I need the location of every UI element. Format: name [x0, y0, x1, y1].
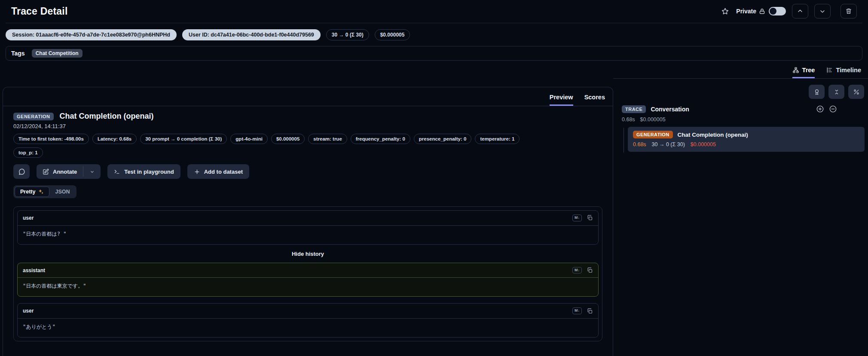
- metric-pill: 30 prompt → 0 completion (Σ 30): [140, 134, 227, 144]
- metric-pill: frequency_penalty: 0: [351, 134, 410, 144]
- metric-pills-row1: Time to first token: -498.00s Latency: 0…: [13, 134, 602, 144]
- copy-button[interactable]: [587, 308, 593, 314]
- message-content: "ありがとう": [18, 319, 598, 337]
- tree-node-wrap: GENERATION Chat Completion (openai) 0.68…: [622, 127, 865, 152]
- view-tab-bar: Tree Timeline: [613, 61, 868, 79]
- collapse-all-button[interactable]: [828, 85, 844, 99]
- observation-timestamp: 02/12/2024, 14:11:37: [13, 123, 602, 129]
- markdown-toggle-icon[interactable]: M↓: [572, 215, 582, 221]
- message-assistant: assistant M↓ "日本の首都は東京です。": [17, 263, 599, 297]
- trace-latency: 0.68s: [622, 117, 635, 123]
- content-area: Preview Scores GENERATION Chat Completio…: [0, 61, 868, 356]
- pretty-label: Pretty: [20, 189, 35, 195]
- annotate-split-button: Annotate: [37, 164, 101, 179]
- copy-button[interactable]: [587, 267, 593, 273]
- test-in-playground-button[interactable]: Test in playground: [107, 164, 180, 179]
- header-controls: Private: [720, 4, 857, 18]
- user-id-badge[interactable]: User ID: dc47a41e-06bc-400d-bde1-f0e440d…: [182, 29, 321, 40]
- message-header-icons: M↓: [572, 307, 593, 314]
- generation-type-badge: GENERATION: [633, 131, 673, 138]
- hide-history-button[interactable]: Hide history: [17, 251, 599, 257]
- tree-connector-line: [623, 128, 624, 153]
- message-user-1: user M↓ "日本の首都は? ": [17, 210, 599, 245]
- copy-icon: [587, 267, 593, 273]
- metric-pill: stream: true: [308, 134, 347, 144]
- node-title-row: GENERATION Chat Completion (openai): [633, 131, 859, 138]
- minus-circle-icon: [829, 105, 837, 113]
- observation-title: Chat Completion (openai): [60, 112, 154, 121]
- add-to-dataset-button[interactable]: Add to dataset: [187, 164, 249, 179]
- metric-pill: Latency: 0.68s: [92, 134, 137, 144]
- tag-chip[interactable]: Chat Competition: [32, 49, 83, 58]
- metric-pill: Time to first token: -498.00s: [13, 134, 89, 144]
- message-header: assistant M↓: [18, 263, 598, 278]
- trace-cost: $0.000005: [640, 117, 666, 123]
- tags-bar: Tags Chat Competition: [6, 46, 862, 61]
- node-latency: 0.68s: [633, 141, 646, 147]
- page-title: Trace Detail: [11, 6, 68, 17]
- metric-pill: temperature: 1: [475, 134, 520, 144]
- fold-vertical-icon: [833, 89, 840, 95]
- message-content: "日本の首都は東京です。": [18, 278, 598, 296]
- tab-tree[interactable]: Tree: [792, 67, 815, 78]
- trace-root-row[interactable]: TRACE Conversation: [613, 99, 868, 113]
- expand-all-button[interactable]: [816, 105, 824, 113]
- format-pretty-segment[interactable]: Pretty: [15, 187, 49, 197]
- privacy-control: Private: [736, 7, 786, 15]
- observation-title-row: GENERATION Chat Completion (openai): [13, 112, 602, 121]
- message-content: "日本の首都は? ": [18, 226, 598, 244]
- observation-panel: Preview Scores GENERATION Chat Completio…: [3, 87, 613, 356]
- show-percentages-button[interactable]: [848, 85, 864, 99]
- markdown-toggle-icon[interactable]: M↓: [572, 307, 582, 314]
- chevron-down-icon: [89, 169, 95, 175]
- star-icon: [721, 7, 729, 15]
- node-tokens: 30 → 0 (Σ 30): [652, 141, 685, 147]
- comment-button[interactable]: [13, 164, 30, 179]
- award-icon: [813, 89, 820, 95]
- previous-trace-button[interactable]: [792, 4, 808, 18]
- delete-trace-button[interactable]: [840, 4, 857, 18]
- percent-icon: [853, 89, 860, 95]
- tab-preview[interactable]: Preview: [550, 94, 573, 106]
- copy-icon: [587, 215, 593, 221]
- metric-pills-row2: top_p: 1: [13, 147, 602, 158]
- message-header: user M↓: [18, 304, 598, 319]
- copy-button[interactable]: [587, 215, 593, 221]
- tab-scores[interactable]: Scores: [584, 94, 605, 106]
- sparkles-icon: [38, 189, 44, 195]
- token-usage-badge: 30 → 0 (Σ 30): [326, 29, 369, 40]
- tab-tree-label: Tree: [802, 67, 815, 74]
- next-trace-button[interactable]: [814, 4, 831, 18]
- sidebar-action-buttons: [613, 79, 868, 99]
- trace-tree-sidebar: Tree Timeline: [613, 61, 868, 152]
- metric-pill: top_p: 1: [13, 147, 43, 158]
- annotate-dropdown-button[interactable]: [83, 164, 101, 179]
- left-column: Preview Scores GENERATION Chat Completio…: [0, 61, 613, 356]
- edit-pen-icon: [43, 169, 49, 175]
- metric-pill: $0.000005: [271, 134, 305, 144]
- tree-icon: [792, 67, 799, 74]
- collapse-tree-button[interactable]: [829, 105, 837, 113]
- tab-timeline[interactable]: Timeline: [826, 67, 861, 78]
- add-to-dataset-label: Add to dataset: [204, 169, 243, 175]
- message-header-icons: M↓: [572, 215, 593, 221]
- markdown-toggle-icon[interactable]: M↓: [572, 267, 582, 274]
- session-badge[interactable]: Session: 01aaacf6-e0fe-457d-a7de-7c1ee08…: [6, 29, 177, 40]
- toggle-knob: [770, 8, 776, 15]
- trace-name: Conversation: [651, 106, 689, 113]
- message-header-icons: M↓: [572, 267, 593, 274]
- generation-tree-node[interactable]: GENERATION Chat Completion (openai) 0.68…: [628, 127, 865, 152]
- node-cost: $0.000005: [691, 141, 716, 147]
- node-title: Chat Completion (openai): [678, 132, 748, 138]
- comment-icon: [18, 168, 25, 175]
- panel-tab-bar: Preview Scores: [3, 87, 613, 106]
- format-json-segment[interactable]: JSON: [49, 187, 75, 197]
- annotate-button[interactable]: Annotate: [37, 164, 83, 179]
- privacy-label: Private: [736, 8, 756, 15]
- tab-timeline-label: Timeline: [836, 67, 861, 74]
- scores-toggle-button[interactable]: [809, 85, 825, 99]
- observation-type-badge: GENERATION: [13, 113, 54, 120]
- privacy-toggle[interactable]: [769, 7, 786, 15]
- trace-type-badge: TRACE: [622, 105, 646, 113]
- bookmark-star-button[interactable]: [720, 6, 730, 16]
